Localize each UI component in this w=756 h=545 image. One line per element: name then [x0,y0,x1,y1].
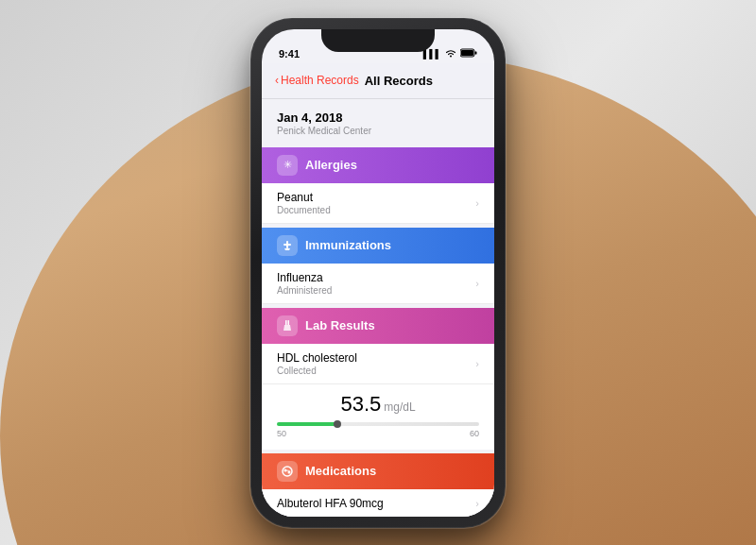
lab-hdl-subtitle: Collected [277,366,357,376]
range-low-label: 50 [277,429,286,438]
svg-rect-6 [288,320,290,325]
lab-value: 53.5 [340,392,381,416]
section-header-medications: Medications [262,453,494,489]
wifi-icon [445,48,456,60]
lab-results-icon [277,315,298,336]
allergy-peanut-content: Peanut Documented [277,191,331,215]
medication-albuterol-content: Albuterol HFA 90mcg [277,497,384,510]
allergies-label: Allergies [305,158,357,172]
medication-albuterol-item[interactable]: Albuterol HFA 90mcg › [262,489,494,517]
immunization-influenza-title: Influenza [277,271,332,284]
notch [321,29,435,52]
lab-hdl-item[interactable]: HDL cholesterol Collected › [262,344,494,384]
immunization-influenza-item[interactable]: Influenza Administered › [262,264,494,304]
range-high-label: 60 [470,429,479,438]
date-header: Jan 4, 2018 Penick Medical Center [262,99,494,144]
section-header-lab-results: Lab Results [262,308,494,344]
svg-rect-1 [461,50,473,56]
immunizations-icon [277,235,298,256]
medications-icon [277,461,298,482]
section-header-allergies: ✳ Allergies [262,147,494,183]
nav-bar: ‹ Health Records All Records [262,63,494,99]
lab-chevron-icon: › [475,358,479,369]
immunization-influenza-content: Influenza Administered [277,271,332,296]
range-bar-container: 50 60 [277,422,479,438]
back-button[interactable]: ‹ Health Records [275,74,359,87]
status-time: 9:41 [279,48,300,60]
svg-point-9 [288,470,291,473]
section-header-immunizations: Immunizations [262,228,494,264]
allergy-peanut-title: Peanut [277,191,331,204]
svg-rect-5 [285,320,287,325]
date-text: Jan 4, 2018 [277,111,479,125]
lab-value-container: 53.5mg/dL [277,392,479,417]
medications-label: Medications [305,464,376,478]
provider-text: Penick Medical Center [277,126,479,136]
medication-albuterol-title: Albuterol HFA 90mcg [277,497,384,510]
lab-hdl-content: HDL cholesterol Collected [277,351,357,376]
allergy-peanut-item[interactable]: Peanut Documented › [262,183,494,224]
back-label: Health Records [281,74,359,87]
svg-point-8 [284,468,287,471]
phone: 9:41 ▌▌▌ [250,18,506,528]
allergy-chevron-icon: › [475,197,479,209]
nav-title: All Records [365,74,433,88]
scroll-content[interactable]: Jan 4, 2018 Penick Medical Center ✳ Alle… [262,99,494,517]
range-bar-fill [277,422,337,426]
svg-rect-2 [475,51,477,54]
allergy-peanut-subtitle: Documented [277,205,331,215]
lab-results-label: Lab Results [305,318,375,332]
medication-chevron-icon: › [475,498,479,509]
range-dot [334,420,341,428]
svg-rect-4 [284,244,291,246]
immunizations-label: Immunizations [305,238,391,252]
back-chevron-icon: ‹ [275,74,279,87]
immunization-influenza-subtitle: Administered [277,285,332,296]
status-icons: ▌▌▌ [423,48,477,60]
scene: 9:41 ▌▌▌ [0,0,756,545]
signal-icon: ▌▌▌ [423,49,441,59]
phone-screen: 9:41 ▌▌▌ [262,29,494,517]
range-bar [277,422,479,426]
lab-chart: 53.5mg/dL 50 60 [262,384,494,450]
lab-hdl-title: HDL cholesterol [277,351,357,365]
immunization-chevron-icon: › [475,278,479,289]
range-labels: 50 60 [277,429,479,438]
lab-unit: mg/dL [384,400,415,414]
allergies-icon: ✳ [277,155,298,176]
battery-icon [460,48,477,60]
